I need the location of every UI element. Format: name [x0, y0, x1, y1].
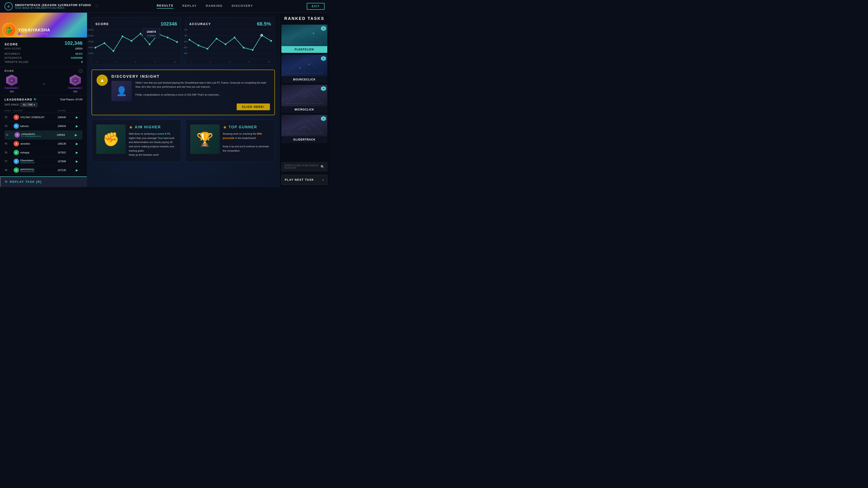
score-chart-header: SCORE 102346 — [95, 21, 177, 27]
task-card-item[interactable]: ★ FLOATCLICK — [281, 25, 327, 53]
svg-point-37 — [207, 48, 209, 50]
lb-player-name: Ellwastaken — [20, 159, 35, 162]
svg-point-16 — [140, 33, 142, 35]
task-card-name: FLOATCLICK — [281, 46, 327, 53]
rank-diamond-icon — [18, 32, 22, 36]
nav-results[interactable]: RESULTS — [157, 4, 174, 8]
task-card-item[interactable]: ★ MICROCLICK — [281, 85, 327, 113]
hits-value: 4108/5999 — [71, 57, 83, 59]
svg-point-12 — [103, 42, 105, 44]
replay-task-button[interactable]: ↻ REPLAY TASK [R] — [0, 176, 87, 187]
table-row: 78 G gwhizwho1p UNWAVERING 107130 ▶ — [4, 166, 83, 175]
accuracy-chart-area: 70% 70% 65% 65% 65% — [189, 30, 271, 61]
svg-point-40 — [234, 37, 235, 38]
col-player: PLAYER — [13, 109, 58, 112]
nav-ranking[interactable]: RANKING — [206, 4, 223, 8]
date-range-dropdown[interactable]: ALL TIME ▾ — [20, 103, 37, 107]
lb-avatar: E — [13, 150, 19, 155]
svg-point-56 — [299, 67, 301, 68]
score-chart-x-labels: 1 3 6 8 10 — [95, 61, 177, 63]
discovery-triangle-icon: ▲ — [100, 77, 105, 83]
svg-text:101000: 101000 — [87, 35, 94, 37]
lb-play-button[interactable]: ▶ — [76, 160, 83, 163]
leaderboard-title: LEADERBOARD ↻ — [4, 98, 37, 101]
accuracy-chart-value: 68.5% — [257, 21, 271, 27]
avatar: 🐉 — [2, 23, 16, 36]
col-rank: RANK — [4, 109, 13, 112]
task-search-bar[interactable]: SEARCH OVER 10,000 TASKS & PLAYLISTS 🔍 — [281, 162, 327, 171]
favorite-icon[interactable]: ♡ — [95, 4, 98, 8]
lb-avatar: G — [13, 167, 19, 173]
rank-arrow-icon: → — [41, 81, 46, 86]
center-panel: SCORE 102346 104500 101000 — [87, 13, 279, 187]
top-gunner-content: ★ TOP GUNNER Amazing work on reaching th… — [223, 125, 270, 153]
rank-hexagon-left: ◆ — [6, 74, 18, 86]
svg-text:65%: 65% — [184, 52, 188, 55]
rank-number-left: 990 — [10, 90, 14, 93]
task-card-item[interactable]: ★ GLIDERTRACK — [281, 115, 327, 143]
discovery-content: DISCOVERY INSIGHT 👤 Hello! I see that yo… — [112, 74, 270, 110]
profile-rank-badge: S1 GRANDMASTER — [18, 33, 50, 35]
hits-label: HITS/SHOTS — [4, 57, 22, 59]
header: ⊕ SMOOTHTRACK (SEASON 1)/CREATOR STUDIO … — [0, 0, 329, 13]
score-chart-value: 102346 — [160, 21, 177, 27]
lb-score-value: 108354 — [57, 133, 75, 136]
exit-button[interactable]: EXIT — [307, 3, 324, 10]
lb-avatar: V — [13, 115, 19, 120]
rank-badge-right: ◆ Grandmaster I 990 — [68, 74, 83, 93]
search-placeholder-text: SEARCH OVER 10,000 TASKS & PLAYLISTS — [284, 164, 319, 169]
play-next-task-button[interactable]: PLAY NEXT TASK › — [281, 175, 327, 185]
rank-info-icon[interactable]: i — [79, 69, 83, 73]
lb-play-button[interactable]: ▶ — [75, 133, 82, 137]
aim-higher-content: ★ AIM HIGHER Well done on achieving a sc… — [129, 125, 176, 157]
accuracy-label: ACCURACY — [4, 53, 20, 55]
discovery-insight-card: ▲ DISCOVERY INSIGHT 👤 Hello! I see that … — [92, 70, 275, 115]
avatar-icon: 🐉 — [5, 26, 13, 33]
game-title: SMOOTHTRACK (SEASON 1)/CREATOR STUDIO — [15, 3, 91, 7]
search-icon: 🔍 — [320, 165, 324, 168]
nav-discovery[interactable]: DISCOVERY — [232, 4, 253, 8]
lb-player-name: VOLTAIC STARDUST — [20, 116, 44, 119]
task-room-svg — [284, 55, 325, 76]
lb-avatar: Y — [14, 132, 20, 138]
svg-point-17 — [149, 43, 151, 45]
profile-info: YOKAIYAKSHA S1 GRANDMASTER — [18, 28, 50, 35]
aim-higher-star-icon: ★ — [129, 125, 133, 130]
lb-player-cell: K kahnics — [13, 123, 58, 129]
refresh-icon[interactable]: ↻ — [34, 98, 37, 101]
targets-value: 3 — [81, 61, 83, 63]
svg-point-42 — [252, 49, 253, 51]
lb-player-cell: A amedoto — [13, 141, 58, 147]
task-card-item[interactable]: ★ BOUNCECLICK — [281, 55, 327, 83]
svg-point-44 — [270, 40, 272, 42]
lb-player-sub: UNWAVERING — [20, 162, 35, 164]
play-next-arrow-icon: › — [322, 178, 324, 182]
left-panel: 🐉 YOKAIYAKSHA S1 GRANDMASTER SCORE 102,3… — [0, 13, 87, 187]
profile-banner: 🐉 YOKAIYAKSHA S1 GRANDMASTER — [0, 13, 87, 37]
task-room-svg — [284, 116, 325, 136]
nav-replay[interactable]: REPLAY — [182, 4, 197, 8]
accuracy-value: 68.5% — [75, 53, 83, 55]
col-action — [76, 109, 83, 112]
svg-point-13 — [113, 50, 114, 52]
table-row: 77 E Ellwastaken UNWAVERING 107808 ▶ — [4, 157, 83, 166]
rank-number-right: 990 — [73, 90, 77, 93]
lb-play-button[interactable]: ▶ — [76, 124, 83, 128]
lb-play-button[interactable]: ▶ — [76, 116, 83, 119]
lb-player-cell: E extrapaj — [13, 150, 58, 155]
logo-icon: ⊕ — [4, 2, 13, 10]
lb-play-button[interactable]: ▶ — [76, 151, 83, 154]
svg-point-41 — [243, 47, 244, 48]
lb-player-name: extrapaj — [20, 151, 29, 154]
lb-play-button[interactable]: ▶ — [76, 168, 83, 172]
play-next-label: PLAY NEXT TASK — [285, 178, 314, 182]
lb-play-button[interactable]: ▶ — [76, 142, 83, 145]
aim-higher-text: Well done on achieving a score 5.7% high… — [129, 132, 176, 157]
aim-higher-card: ✊ ★ AIM HIGHER Well done on achieving a … — [92, 120, 181, 162]
task-cards-list: ★ FLOATCLICK ★ BOUNCECLICK — [280, 25, 329, 160]
task-card-name: MICROCLICK — [281, 106, 327, 113]
discovery-cta: CLICK HERE! — [112, 103, 270, 110]
rank-badge-left: ◆ Grandmaster I 990 — [4, 74, 19, 93]
click-here-button[interactable]: CLICK HERE! — [237, 103, 270, 110]
svg-point-39 — [225, 43, 226, 45]
